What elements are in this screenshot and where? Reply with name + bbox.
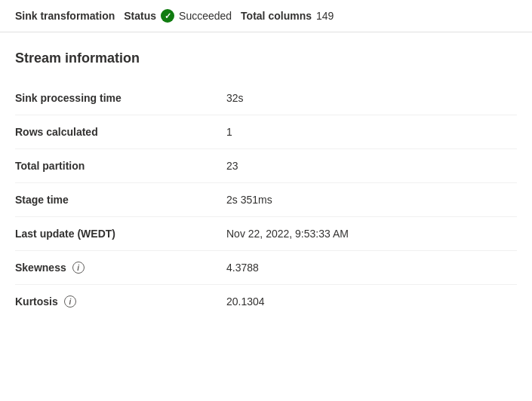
status-value: Succeeded: [179, 10, 232, 22]
row-value: 20.1304: [226, 285, 517, 319]
total-columns-group: Total columns 149: [241, 10, 334, 22]
total-columns-value: 149: [316, 10, 334, 22]
main-content: Stream information Sink processing time3…: [0, 32, 532, 336]
row-value: Nov 22, 2022, 9:53:33 AM: [226, 217, 517, 251]
sink-transformation-label: Sink transformation: [15, 10, 115, 22]
row-label: Total partition: [15, 149, 226, 183]
table-row: Stage time2s 351ms: [15, 183, 517, 217]
top-bar: Sink transformation Status Succeeded Tot…: [0, 0, 532, 32]
row-value: 32s: [226, 81, 517, 115]
info-icon[interactable]: i: [64, 295, 76, 308]
table-row: Kurtosisi20.1304: [15, 285, 517, 319]
table-row: Skewnessi4.3788: [15, 251, 517, 285]
row-value: 4.3788: [226, 251, 517, 285]
table-row: Last update (WEDT)Nov 22, 2022, 9:53:33 …: [15, 217, 517, 251]
row-value: 2s 351ms: [226, 183, 517, 217]
row-label: Sink processing time: [15, 81, 226, 115]
table-row: Sink processing time32s: [15, 81, 517, 115]
total-columns-label: Total columns: [241, 10, 312, 22]
row-label: Rows calculated: [15, 115, 226, 149]
status-label: Status: [124, 10, 156, 22]
row-label: Last update (WEDT): [15, 217, 226, 251]
row-label: Kurtosisi: [15, 285, 226, 319]
section-title: Stream information: [15, 51, 517, 66]
status-check-icon: [161, 9, 174, 23]
row-label: Skewnessi: [15, 251, 226, 285]
table-row: Rows calculated1: [15, 115, 517, 149]
table-row: Total partition23: [15, 149, 517, 183]
row-value: 23: [226, 149, 517, 183]
row-label: Stage time: [15, 183, 226, 217]
status-group: Status Succeeded: [124, 9, 232, 23]
info-icon[interactable]: i: [72, 262, 85, 274]
row-value: 1: [226, 115, 517, 149]
info-table: Sink processing time32sRows calculated1T…: [15, 81, 517, 318]
